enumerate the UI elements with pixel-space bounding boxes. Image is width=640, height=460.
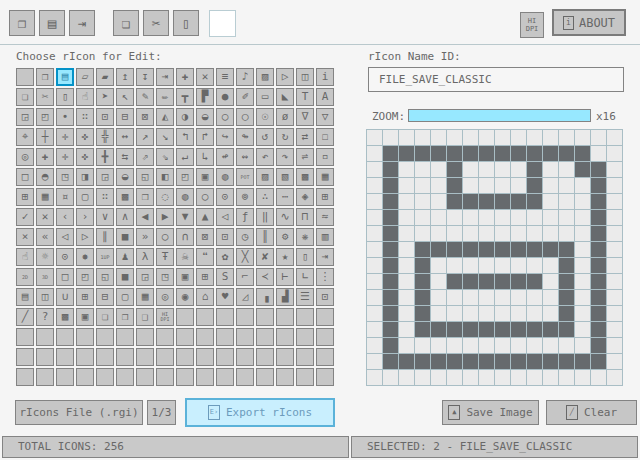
icon-cell-74[interactable]: ↫ [216, 148, 234, 166]
pixel-7-8[interactable] [479, 258, 495, 274]
pixel-6-3[interactable] [463, 178, 479, 194]
icon-cell-31[interactable]: A [316, 88, 334, 106]
pixel-12-5[interactable] [559, 210, 575, 226]
pixel-15-1[interactable] [607, 146, 623, 162]
icon-cell-105[interactable]: ○ [196, 188, 214, 206]
pixel-4-6[interactable] [431, 226, 447, 242]
icon-cell-154[interactable]: ✿ [216, 248, 234, 266]
icon-cell-25[interactable]: ▛ [196, 88, 214, 106]
pixel-8-11[interactable] [495, 306, 511, 322]
pixel-2-15[interactable] [399, 370, 415, 386]
icon-cell-191[interactable]: ⊡ [316, 288, 334, 306]
pixel-14-3[interactable] [591, 178, 607, 194]
pixel-3-9[interactable] [415, 274, 431, 290]
icon-cell-208[interactable] [16, 328, 34, 346]
icon-cell-140[interactable]: ║ [256, 228, 274, 246]
ricons-file-button[interactable]: rIcons File (.rgi) [15, 400, 143, 425]
pixel-13-5[interactable] [575, 210, 591, 226]
pixel-15-9[interactable] [607, 274, 623, 290]
pixel-7-14[interactable] [479, 354, 495, 370]
icon-cell-229[interactable] [116, 348, 134, 366]
icon-cell-141[interactable]: ⚙ [276, 228, 294, 246]
pixel-5-5[interactable] [447, 210, 463, 226]
pixel-10-6[interactable] [527, 226, 543, 242]
icon-cell-117[interactable]: ∧ [116, 208, 134, 226]
icon-cell-195[interactable]: ▣ [76, 308, 94, 326]
icon-cell-172[interactable]: ≺ [256, 268, 274, 286]
pixel-4-3[interactable] [431, 178, 447, 194]
pixel-9-15[interactable] [511, 370, 527, 386]
pixel-9-4[interactable] [511, 194, 527, 210]
pixel-14-2[interactable] [591, 162, 607, 178]
icon-cell-60[interactable]: ↺ [256, 128, 274, 146]
icon-cell-128[interactable]: × [16, 228, 34, 246]
pixel-7-13[interactable] [479, 338, 495, 354]
pixel-4-4[interactable] [431, 194, 447, 210]
icon-cell-5[interactable]: ↥ [116, 68, 134, 86]
pixel-3-11[interactable] [415, 306, 431, 322]
pixel-4-10[interactable] [431, 290, 447, 306]
icon-cell-177[interactable]: ◫ [36, 288, 54, 306]
icon-cell-210[interactable] [56, 328, 74, 346]
icon-cell-107[interactable]: ⊚ [236, 188, 254, 206]
pixel-15-4[interactable] [607, 194, 623, 210]
pixel-10-14[interactable] [527, 354, 543, 370]
icon-cell-164[interactable]: ◱ [96, 268, 114, 286]
pixel-4-13[interactable] [431, 338, 447, 354]
pixel-9-8[interactable] [511, 258, 527, 274]
icon-cell-96[interactable]: ⊞ [16, 188, 34, 206]
icon-cell-69[interactable]: ⇆ [116, 148, 134, 166]
pixel-5-9[interactable] [447, 274, 463, 290]
pixel-canvas[interactable] [366, 129, 623, 386]
pixel-4-11[interactable] [431, 306, 447, 322]
pixel-9-5[interactable] [511, 210, 527, 226]
pixel-0-10[interactable] [367, 290, 383, 306]
icon-cell-101[interactable]: ▩ [116, 188, 134, 206]
icon-cell-224[interactable] [16, 348, 34, 366]
pixel-8-15[interactable] [495, 370, 511, 386]
icon-cell-162[interactable]: □ [56, 268, 74, 286]
pixel-9-7[interactable] [511, 242, 527, 258]
icon-cell-83[interactable]: ◨ [76, 168, 94, 186]
pixel-0-13[interactable] [367, 338, 383, 354]
icon-cell-63[interactable]: ☐ [316, 128, 334, 146]
icon-cell-234[interactable] [216, 348, 234, 366]
icon-cell-92[interactable]: ▨ [256, 168, 274, 186]
icon-cell-87[interactable]: ◧ [156, 168, 174, 186]
icon-cell-37[interactable]: ⊟ [116, 108, 134, 126]
pixel-15-10[interactable] [607, 290, 623, 306]
icon-cell-192[interactable]: ╱ [16, 308, 34, 326]
pixel-10-3[interactable] [527, 178, 543, 194]
icon-cell-196[interactable]: ❏ [96, 308, 114, 326]
pixel-13-1[interactable] [575, 146, 591, 162]
icon-cell-205[interactable] [276, 308, 294, 326]
pixel-10-10[interactable] [527, 290, 543, 306]
icon-cell-203[interactable] [236, 308, 254, 326]
pixel-1-13[interactable] [383, 338, 399, 354]
pixel-15-2[interactable] [607, 162, 623, 178]
icon-cell-174[interactable]: ∟ [296, 268, 314, 286]
icon-cell-48[interactable]: ⌖ [16, 128, 34, 146]
pixel-12-12[interactable] [559, 322, 575, 338]
pixel-2-10[interactable] [399, 290, 415, 306]
pixel-6-8[interactable] [463, 258, 479, 274]
pixel-0-12[interactable] [367, 322, 383, 338]
pixel-13-8[interactable] [575, 258, 591, 274]
icon-cell-255[interactable] [316, 368, 334, 386]
pixel-6-0[interactable] [463, 130, 479, 146]
icon-cell-143[interactable]: ▥ [316, 228, 334, 246]
icon-cell-95[interactable]: ▦ [316, 168, 334, 186]
icon-cell-160[interactable]: 2D [16, 268, 34, 286]
pixel-3-10[interactable] [415, 290, 431, 306]
pixel-6-13[interactable] [463, 338, 479, 354]
pixel-13-0[interactable] [575, 130, 591, 146]
pixel-0-4[interactable] [367, 194, 383, 210]
icon-cell-133[interactable]: ■ [116, 228, 134, 246]
pixel-6-9[interactable] [463, 274, 479, 290]
pixel-11-14[interactable] [543, 354, 559, 370]
pixel-14-11[interactable] [591, 306, 607, 322]
pixel-1-5[interactable] [383, 210, 399, 226]
pixel-13-4[interactable] [575, 194, 591, 210]
icon-cell-212[interactable] [96, 328, 114, 346]
icon-cell-138[interactable]: ⊡ [216, 228, 234, 246]
